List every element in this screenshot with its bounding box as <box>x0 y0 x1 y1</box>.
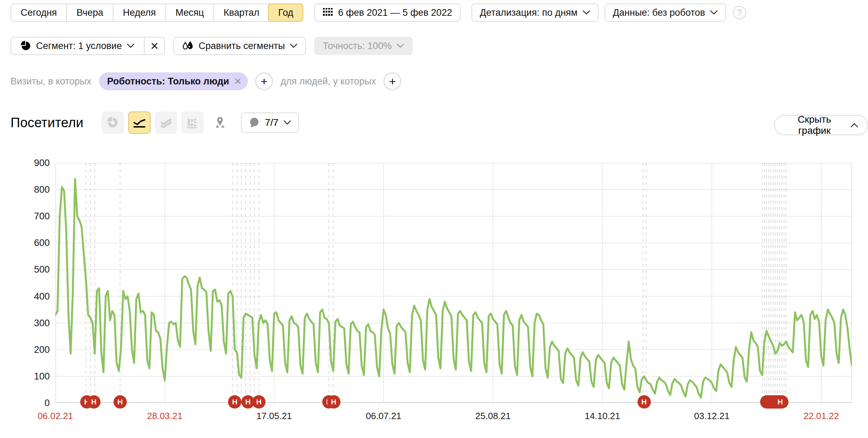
add-people-condition-button[interactable]: + <box>384 73 401 90</box>
stacked-area-icon <box>160 117 172 129</box>
accuracy-label: Точность: 100% <box>323 41 392 52</box>
segment-dropdown[interactable]: Сегмент: 1 условие <box>11 37 144 54</box>
y-axis-label: 100 <box>11 371 50 382</box>
chip-close-icon[interactable]: ✕ <box>234 77 242 86</box>
period-quarter[interactable]: Квартал <box>213 4 269 21</box>
robotness-chip-label: Роботность: Только люди <box>107 76 229 87</box>
period-today[interactable]: Сегодня <box>11 4 66 21</box>
date-range-button[interactable]: 6 фев 2021 — 5 фев 2022 <box>314 4 460 22</box>
annotation-marker[interactable]: Н <box>760 395 788 409</box>
data-mode-label: Данные: без роботов <box>613 7 705 18</box>
map-view-button[interactable] <box>209 111 231 134</box>
filter-row: Визиты, в которых Роботность: Только люд… <box>11 73 401 90</box>
y-axis-label: 500 <box>11 264 50 275</box>
chevron-down-icon <box>127 43 135 48</box>
robotness-filter-chip[interactable]: Роботность: Только люди ✕ <box>99 73 248 90</box>
period-yesterday[interactable]: Вчера <box>66 4 112 21</box>
pie-segment-icon <box>21 41 31 51</box>
comments-count-label: 7/7 <box>265 117 278 128</box>
compare-segments-dropdown[interactable]: Сравнить сегменты <box>173 37 306 55</box>
data-mode-dropdown[interactable]: Данные: без роботов <box>605 4 726 22</box>
period-week[interactable]: Неделя <box>113 4 165 21</box>
hide-chart-label: Скрыть график <box>784 114 845 136</box>
chevron-down-icon <box>397 43 404 48</box>
segment-group: Сегмент: 1 условие ✕ <box>11 37 165 55</box>
y-axis-label: 0 <box>11 398 50 408</box>
y-axis-label: 200 <box>11 344 50 355</box>
date-range-label: 6 фев 2021 — 5 фев 2022 <box>338 7 452 18</box>
period-year-selected[interactable]: Год <box>268 4 303 22</box>
people-prefix-label: для людей, у которых <box>281 76 376 87</box>
chart-type-columns-button[interactable] <box>181 111 204 134</box>
y-axis-label: 800 <box>11 184 50 195</box>
y-axis-label: 600 <box>11 238 50 248</box>
y-axis-label: 900 <box>11 158 50 168</box>
period-segmented-control: Сегодня Вчера Неделя Месяц Квартал Год <box>11 4 303 22</box>
visits-prefix-label: Визиты, в которых <box>11 76 91 87</box>
annotation-marker[interactable]: Н <box>228 395 241 409</box>
chevron-up-icon <box>850 123 858 128</box>
x-axis-label: 17.05.21 <box>248 411 301 421</box>
annotation-marker[interactable]: Н <box>252 395 266 409</box>
accuracy-dropdown[interactable]: Точность: 100% <box>314 37 413 55</box>
compare-segments-label: Сравнить сегменты <box>199 41 285 52</box>
annotation-marker[interactable]: Н <box>638 395 651 409</box>
chevron-down-icon <box>583 10 590 15</box>
segment-toolbar: Сегмент: 1 условие ✕ Сравнить сегменты Т… <box>11 37 413 55</box>
chart-type-pie-button[interactable] <box>102 111 124 134</box>
detail-label: Детализация: по дням <box>480 7 578 18</box>
x-axis-label: 25.08.21 <box>467 411 519 421</box>
line-chart-icon <box>133 117 146 129</box>
segment-clear-button[interactable]: ✕ <box>144 37 164 54</box>
top-toolbar: Сегодня Вчера Неделя Месяц Квартал Год 6… <box>11 4 746 22</box>
x-axis-label: 28.03.21 <box>138 411 191 421</box>
comment-bubble-icon <box>249 117 260 128</box>
hide-chart-button[interactable]: Скрыть график <box>774 115 868 135</box>
droplets-icon <box>182 40 194 52</box>
x-axis-label: 14.10.21 <box>576 411 629 421</box>
comments-dropdown[interactable]: 7/7 <box>241 112 299 133</box>
annotation-marker[interactable]: Н <box>327 395 340 409</box>
x-axis-label: 06.07.21 <box>357 411 410 421</box>
page-title: Посетители <box>11 115 83 130</box>
x-axis-label: 06.02.21 <box>29 411 82 421</box>
chart-header: Посетители <box>11 111 299 134</box>
chevron-down-icon <box>290 43 297 48</box>
visitors-line-chart[interactable] <box>55 163 852 403</box>
y-axis-label: 700 <box>11 211 50 221</box>
chevron-down-icon <box>283 120 291 125</box>
chart-type-area-button[interactable] <box>155 111 177 134</box>
chevron-down-icon <box>710 10 718 15</box>
map-pin-icon <box>213 116 227 130</box>
period-month[interactable]: Месяц <box>165 4 213 21</box>
x-axis-label: 03.12.21 <box>686 411 738 421</box>
y-axis-label: 300 <box>11 318 50 328</box>
segment-label: Сегмент: 1 условие <box>36 41 122 52</box>
annotation-marker[interactable]: Н <box>87 395 101 409</box>
column-chart-icon <box>186 117 199 129</box>
chart-type-line-button[interactable] <box>128 111 151 134</box>
donut-chart-icon <box>107 117 119 129</box>
calendar-grid-icon <box>323 8 333 18</box>
detail-dropdown[interactable]: Детализация: по дням <box>471 4 599 22</box>
help-icon[interactable]: ? <box>733 6 746 19</box>
annotation-marker[interactable]: Н <box>113 395 127 409</box>
add-visit-condition-button[interactable]: + <box>255 73 273 90</box>
x-axis-label: 22.01.22 <box>795 411 848 421</box>
y-axis-label: 400 <box>11 291 50 302</box>
